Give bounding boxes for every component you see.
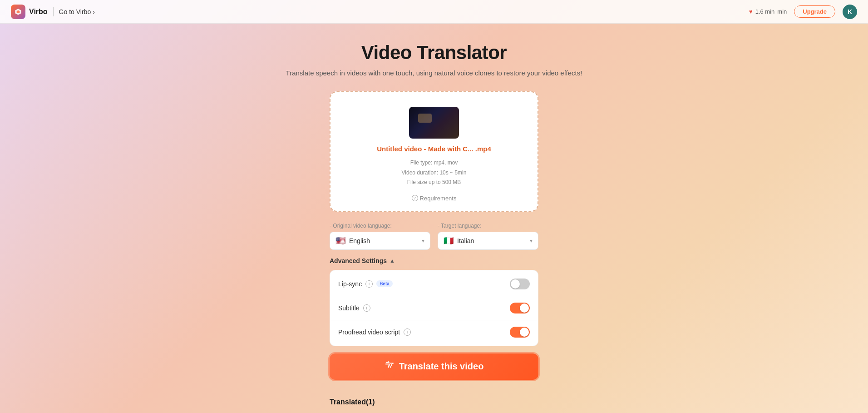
logo-container: Virbo bbox=[11, 5, 48, 19]
file-info: File type: mp4, mov Video duration: 10s … bbox=[402, 158, 467, 188]
page-subtitle: Translate speech in videos with one touc… bbox=[286, 69, 582, 77]
target-lang-label: - Target language: bbox=[438, 223, 538, 229]
requirements-label: Requirements bbox=[420, 195, 457, 202]
chevron-right-icon: › bbox=[93, 8, 95, 15]
subtitle-toggle-knob bbox=[520, 304, 529, 313]
original-lang-select[interactable]: 🇺🇸 English ▾ bbox=[330, 232, 430, 250]
page-title: Video Translator bbox=[361, 42, 507, 64]
lip-sync-left: Lip-sync i Beta bbox=[338, 280, 393, 288]
min-label: min bbox=[777, 8, 787, 15]
question-circle-icon: ? bbox=[412, 195, 418, 201]
subtitle-info-icon[interactable]: i bbox=[363, 304, 370, 312]
lip-sync-label: Lip-sync bbox=[338, 280, 362, 288]
subtitle-toggle[interactable] bbox=[510, 303, 530, 313]
logo-text: Virbo bbox=[29, 8, 48, 16]
lip-sync-info-icon[interactable]: i bbox=[365, 280, 373, 288]
main-content: Video Translator Translate speech in vid… bbox=[0, 24, 868, 413]
file-type-info: File type: mp4, mov bbox=[402, 158, 467, 168]
target-lang-inner: 🇮🇹 Italian bbox=[444, 236, 474, 246]
language-row: - Original video language: 🇺🇸 English ▾ … bbox=[330, 223, 538, 250]
beta-badge: Beta bbox=[376, 280, 393, 287]
proofread-row: Proofread video script i bbox=[330, 320, 538, 344]
proofread-left: Proofread video script i bbox=[338, 328, 411, 336]
lip-sync-toggle[interactable] bbox=[510, 279, 530, 289]
video-thumbnail bbox=[409, 107, 459, 139]
subtitle-left: Subtitle i bbox=[338, 304, 370, 312]
lip-sync-toggle-knob bbox=[511, 279, 520, 289]
video-duration-info: Video duration: 10s ~ 5min bbox=[402, 168, 467, 178]
settings-area: - Original video language: 🇺🇸 English ▾ … bbox=[330, 223, 538, 398]
target-lang-value: Italian bbox=[457, 237, 474, 244]
thumbnail-bg bbox=[409, 107, 459, 139]
header: Virbo Go to Virbo › ♥ 1.6 min min Upgrad… bbox=[0, 0, 868, 24]
proofread-label: Proofread video script bbox=[338, 328, 400, 336]
video-filename: Untitled video - Made with C... .mp4 bbox=[377, 145, 491, 153]
requirements-link[interactable]: ? Requirements bbox=[412, 195, 457, 202]
subtitle-label: Subtitle bbox=[338, 304, 360, 312]
subtitle-row: Subtitle i bbox=[330, 296, 538, 320]
advanced-chevron-up-icon: ▲ bbox=[390, 258, 395, 264]
file-size-info: File size up to 500 MB bbox=[402, 178, 467, 188]
original-lang-label: - Original video language: bbox=[330, 223, 430, 229]
upload-card[interactable]: Untitled video - Made with C... .mp4 Fil… bbox=[330, 91, 538, 212]
proofread-info-icon[interactable]: i bbox=[404, 328, 411, 336]
translated-section: Translated(1) bbox=[330, 398, 538, 413]
avatar[interactable]: K bbox=[843, 5, 857, 19]
advanced-settings-toggle[interactable]: Advanced Settings ▲ bbox=[330, 257, 538, 264]
heart-icon: ♥ bbox=[749, 8, 753, 15]
header-left: Virbo Go to Virbo › bbox=[11, 5, 95, 19]
upgrade-button[interactable]: Upgrade bbox=[794, 5, 835, 18]
translate-button-label: Translate this video bbox=[399, 361, 484, 372]
chevron-down-icon-target: ▾ bbox=[530, 238, 533, 244]
original-lang-value: English bbox=[349, 237, 370, 244]
advanced-settings-label: Advanced Settings bbox=[330, 257, 387, 264]
lip-sync-row: Lip-sync i Beta bbox=[330, 272, 538, 296]
original-lang-group: - Original video language: 🇺🇸 English ▾ bbox=[330, 223, 430, 250]
goto-virbo-link[interactable]: Go to Virbo › bbox=[59, 8, 95, 15]
original-flag: 🇺🇸 bbox=[335, 236, 345, 246]
header-right: ♥ 1.6 min min Upgrade K bbox=[749, 5, 857, 19]
translated-title: Translated(1) bbox=[330, 398, 538, 406]
thumbnail-highlight bbox=[418, 114, 432, 123]
original-lang-inner: 🇺🇸 English bbox=[335, 236, 370, 246]
credits-display: ♥ 1.6 min min bbox=[749, 8, 787, 15]
header-divider bbox=[53, 7, 54, 16]
proofread-toggle[interactable] bbox=[510, 327, 530, 338]
translate-icon bbox=[385, 360, 395, 373]
proofread-toggle-knob bbox=[520, 328, 529, 337]
translate-button[interactable]: Translate this video bbox=[330, 353, 538, 380]
logo-icon bbox=[11, 5, 25, 19]
credits-value: 1.6 min bbox=[755, 8, 775, 15]
target-lang-group: - Target language: 🇮🇹 Italian ▾ bbox=[438, 223, 538, 250]
target-flag: 🇮🇹 bbox=[444, 236, 454, 246]
chevron-down-icon: ▾ bbox=[422, 238, 424, 244]
target-lang-select[interactable]: 🇮🇹 Italian ▾ bbox=[438, 232, 538, 250]
advanced-panel: Lip-sync i Beta Subtitle i bbox=[330, 270, 538, 346]
